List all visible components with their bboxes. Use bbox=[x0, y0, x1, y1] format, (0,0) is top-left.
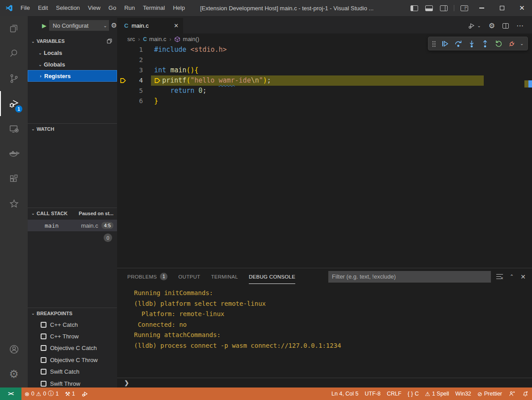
editor-settings-gear-icon[interactable]: ⚙ bbox=[489, 21, 495, 30]
activity-search[interactable] bbox=[0, 41, 28, 66]
close-panel-icon[interactable]: ✕ bbox=[520, 273, 526, 280]
tools-status[interactable]: ⚒1 bbox=[62, 388, 78, 400]
activity-accounts[interactable] bbox=[0, 337, 28, 362]
debug-console-input[interactable]: ❯ bbox=[117, 378, 532, 388]
activity-extensions[interactable] bbox=[0, 166, 28, 191]
feedback-status[interactable] bbox=[505, 388, 519, 400]
step-into-button[interactable] bbox=[466, 38, 477, 49]
breakpoint-item[interactable]: C++ Catch bbox=[28, 319, 117, 330]
breakpoint-item[interactable]: Objective C Throw bbox=[28, 354, 117, 366]
continue-button[interactable] bbox=[440, 38, 450, 49]
call-stack-section-header[interactable]: ⌄ CALL STACK Paused on st... bbox=[28, 208, 117, 218]
copy-icon[interactable] bbox=[106, 38, 113, 44]
menu-selection[interactable]: Selection bbox=[52, 0, 84, 16]
gutter-breakpoint-area[interactable] bbox=[117, 55, 129, 65]
checkbox-icon[interactable] bbox=[41, 381, 46, 387]
menu-run[interactable]: Run bbox=[120, 0, 139, 16]
step-over-button[interactable] bbox=[453, 38, 464, 49]
breakpoint-item[interactable]: Swift Catch bbox=[28, 366, 117, 378]
breakpoint-item[interactable]: Swift Throw bbox=[28, 378, 117, 388]
debug-current-line-gutter-icon[interactable] bbox=[117, 75, 129, 86]
activity-settings[interactable]: ⚙ bbox=[0, 362, 28, 387]
activity-explorer[interactable] bbox=[0, 16, 28, 41]
gutter-breakpoint-area[interactable] bbox=[117, 86, 129, 96]
watch-section-header[interactable]: ⌄ WATCH bbox=[28, 123, 117, 134]
checkbox-icon[interactable] bbox=[41, 369, 46, 375]
breakpoint-item[interactable]: Objective C Catch bbox=[28, 342, 117, 354]
restart-button[interactable] bbox=[493, 38, 504, 49]
checkbox-icon[interactable] bbox=[41, 333, 46, 339]
clear-console-icon[interactable]: ✕ bbox=[496, 274, 503, 279]
gutter-breakpoint-area[interactable] bbox=[117, 45, 129, 55]
activity-bar: 1 ⚙ bbox=[0, 16, 28, 388]
variables-scope-globals[interactable]: ⌄ Globals bbox=[28, 58, 117, 70]
remote-indicator[interactable]: >< bbox=[0, 388, 21, 400]
variables-scope-locals[interactable]: ⌄ Locals bbox=[28, 47, 117, 58]
debug-settings-gear-icon[interactable]: ⚙ bbox=[111, 21, 117, 29]
step-out-button[interactable] bbox=[480, 38, 490, 49]
account-icon bbox=[8, 344, 20, 355]
spell-checker-status[interactable]: ⚠1 Spell bbox=[422, 388, 452, 400]
breadcrumb-file[interactable]: C main.c bbox=[143, 36, 166, 42]
split-editor-icon[interactable] bbox=[503, 23, 509, 29]
start-debug-icon[interactable]: ▶ bbox=[42, 22, 46, 29]
toggle-panel-icon[interactable] bbox=[425, 5, 433, 11]
panel-tab-debug-console[interactable]: DEBUG CONSOLE bbox=[243, 268, 301, 285]
stack-frame-row[interactable]: main main.c 4:5 bbox=[28, 220, 117, 231]
platform-status[interactable]: Win32 bbox=[452, 388, 474, 400]
maximize-panel-icon[interactable]: ⌃ bbox=[510, 274, 514, 279]
breakpoint-item[interactable]: C++ Throw bbox=[28, 330, 117, 342]
run-or-debug-button[interactable]: ⌄ bbox=[468, 22, 481, 30]
checkbox-icon[interactable] bbox=[41, 345, 46, 351]
close-tab-icon[interactable]: ✕ bbox=[174, 22, 179, 29]
problems-status[interactable]: ⊗0 ⚠0 ⓘ1 bbox=[21, 388, 62, 400]
breadcrumb-symbol[interactable]: main() bbox=[174, 36, 199, 42]
menu-edit[interactable]: Edit bbox=[34, 0, 52, 16]
feedback-icon bbox=[508, 390, 515, 397]
variables-section-header[interactable]: ⌄ VARIABLES bbox=[28, 36, 117, 46]
checkbox-icon[interactable] bbox=[41, 357, 46, 363]
checkbox-icon[interactable] bbox=[41, 322, 46, 328]
debug-configuration-dropdown[interactable]: No Configurat ⌄ bbox=[49, 20, 109, 31]
drag-handle-icon[interactable] bbox=[432, 41, 436, 47]
debug-status[interactable] bbox=[78, 388, 92, 400]
tab-main-c[interactable]: C main.c ✕ bbox=[117, 18, 183, 33]
cursor-position-status[interactable]: Ln 4, Col 5 bbox=[328, 388, 361, 400]
activity-remote-explorer[interactable] bbox=[0, 116, 28, 141]
eol-status[interactable]: CRLF bbox=[384, 388, 405, 400]
encoding-status[interactable]: UTF-8 bbox=[362, 388, 384, 400]
chevron-down-icon[interactable]: ⌄ bbox=[520, 41, 524, 46]
language-mode-status[interactable]: { }C bbox=[405, 388, 422, 400]
menu-file[interactable]: File bbox=[17, 0, 34, 16]
customize-layout-icon[interactable]: ••• bbox=[461, 5, 468, 11]
gutter-breakpoint-area[interactable] bbox=[117, 65, 129, 75]
more-actions-icon[interactable]: ⋯ bbox=[516, 21, 524, 30]
variables-scope-registers[interactable]: › Registers bbox=[28, 70, 117, 82]
activity-source-control[interactable] bbox=[0, 66, 28, 91]
toggle-secondary-sidebar-icon[interactable] bbox=[440, 5, 448, 11]
activity-run-debug[interactable]: 1 bbox=[0, 91, 28, 116]
maximize-button[interactable] bbox=[492, 0, 512, 16]
menu-help[interactable]: Help bbox=[169, 0, 189, 16]
filter-input[interactable] bbox=[328, 271, 491, 283]
code-line-text: return 0; bbox=[151, 86, 206, 96]
close-button[interactable]: ✕ bbox=[512, 0, 532, 16]
toggle-sidebar-icon[interactable] bbox=[411, 5, 418, 11]
prettier-status[interactable]: ⊘Prettier bbox=[474, 388, 505, 400]
panel-tab-problems[interactable]: PROBLEMS1 bbox=[122, 268, 173, 285]
gutter-breakpoint-area[interactable] bbox=[117, 96, 129, 106]
activity-favorites[interactable] bbox=[0, 191, 28, 216]
breadcrumb-src[interactable]: src bbox=[127, 36, 135, 42]
code-editor[interactable]: 1#include <stdio.h>23int main(){4printf(… bbox=[117, 45, 532, 268]
menu-terminal[interactable]: Terminal bbox=[139, 0, 169, 16]
panel-tab-label: PROBLEMS bbox=[127, 274, 157, 279]
panel-tab-output[interactable]: OUTPUT bbox=[173, 268, 205, 285]
notifications-status[interactable] bbox=[519, 388, 532, 400]
menu-view[interactable]: View bbox=[84, 0, 105, 16]
menu-go[interactable]: Go bbox=[105, 0, 120, 16]
panel-tab-terminal[interactable]: TERMINAL bbox=[205, 268, 243, 285]
activity-docker[interactable] bbox=[0, 141, 28, 166]
disconnect-button[interactable] bbox=[507, 38, 517, 49]
minimize-button[interactable] bbox=[472, 0, 492, 16]
breakpoints-section-header[interactable]: ⌄ BREAKPOINTS bbox=[28, 308, 117, 318]
